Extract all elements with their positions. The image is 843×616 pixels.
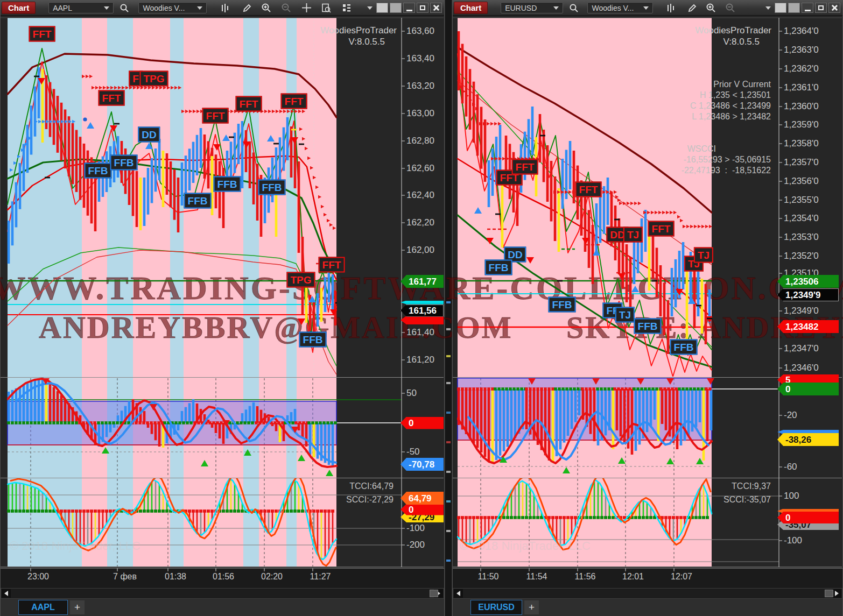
indicator-combo[interactable]: Woodies V... — [138, 2, 207, 13]
layout-square-icon[interactable] — [376, 3, 388, 13]
indicator-combo-value: Woodies V... — [143, 4, 185, 12]
toolbar: Chart AAPL Woodies V... — [1, 1, 444, 16]
trading-workspace: Chart AAPL Woodies V... — [0, 0, 843, 616]
symbol-combo[interactable]: AAPL — [48, 2, 114, 13]
chart-style-icon[interactable] — [219, 2, 231, 15]
maximize-button[interactable] — [815, 3, 827, 13]
chart-style-icon[interactable] — [665, 2, 677, 15]
scroll-thumb[interactable] — [430, 590, 438, 597]
maximize-button[interactable] — [417, 3, 428, 13]
zoom-out-icon — [724, 2, 736, 15]
plot-background — [1, 15, 444, 568]
draw-pencil-icon[interactable] — [686, 2, 698, 15]
chart-menu-button[interactable]: Chart — [2, 2, 36, 14]
chart-window-eurusd: Chart EURUSD Woodies V... — [452, 0, 843, 616]
scroll-left-button[interactable] — [454, 589, 463, 598]
time-axis[interactable] — [453, 568, 842, 589]
scroll-right-button[interactable] — [832, 589, 841, 598]
tab-bar: AAPL + — [1, 599, 444, 616]
window-buttons — [376, 3, 444, 13]
add-tab-button[interactable]: + — [70, 600, 85, 614]
indicator-combo-value: Woodies V... — [592, 4, 634, 12]
toolbar: Chart EURUSD Woodies V... — [453, 1, 842, 16]
layout-square2-icon[interactable] — [390, 3, 402, 13]
chart-menu-button[interactable]: Chart — [454, 2, 488, 14]
crosshair-icon[interactable] — [300, 2, 313, 15]
scroll-left-button[interactable] — [2, 589, 11, 598]
tab-bar: EURUSD + — [453, 599, 842, 616]
chevron-down-icon — [197, 6, 202, 10]
search-icon[interactable] — [567, 2, 580, 15]
window-divider[interactable] — [445, 0, 452, 616]
search-icon[interactable] — [118, 2, 131, 15]
tab-eurusd[interactable]: EURUSD — [470, 600, 522, 615]
time-axis[interactable] — [1, 568, 444, 589]
indicator-combo[interactable]: Woodies V... — [587, 2, 652, 13]
scroll-thumb[interactable] — [825, 590, 833, 597]
layout-square-icon[interactable] — [775, 3, 786, 13]
panels-grid-icon[interactable] — [340, 2, 353, 15]
zoom-in-icon[interactable] — [260, 2, 273, 15]
plot-background — [453, 15, 842, 568]
symbol-combo[interactable]: EURUSD — [501, 2, 563, 13]
chevron-down-icon — [553, 6, 559, 10]
close-button[interactable] — [430, 3, 442, 13]
chevron-down-icon — [643, 6, 649, 10]
minimize-button[interactable] — [403, 3, 415, 13]
chart-window-aapl: Chart AAPL Woodies V... — [0, 0, 445, 616]
draw-pencil-icon[interactable] — [240, 2, 253, 15]
add-tab-button[interactable]: + — [524, 600, 539, 614]
symbol-combo-value: EURUSD — [505, 4, 537, 12]
zoom-out-icon — [279, 2, 292, 15]
minimize-button[interactable] — [802, 3, 813, 13]
more-tools-caret-icon[interactable] — [363, 2, 376, 15]
window-buttons — [775, 3, 842, 13]
h-scrollbar[interactable] — [453, 588, 842, 599]
close-button[interactable] — [828, 3, 840, 13]
chevron-down-icon — [104, 6, 109, 10]
more-tools-caret-icon[interactable] — [762, 2, 775, 15]
h-scrollbar[interactable] — [1, 588, 444, 599]
layout-square2-icon[interactable] — [788, 3, 800, 13]
tab-aapl[interactable]: AAPL — [18, 600, 68, 615]
zoom-in-icon[interactable] — [705, 2, 717, 15]
data-window-icon[interactable] — [320, 2, 333, 15]
symbol-combo-value: AAPL — [53, 4, 72, 12]
